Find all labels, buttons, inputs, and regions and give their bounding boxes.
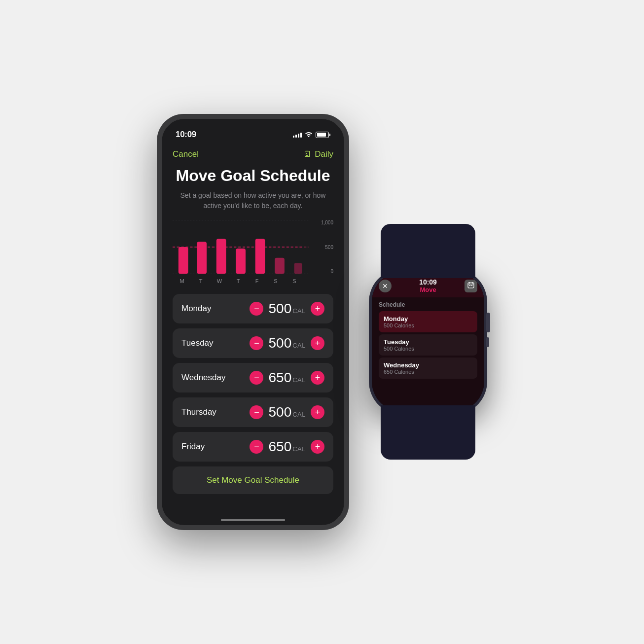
chart-label-wed: W	[210, 278, 229, 284]
wednesday-label: Wednesday	[181, 373, 225, 383]
wednesday-controls: 650 CAL	[250, 370, 324, 386]
monday-increase-button[interactable]	[311, 302, 324, 316]
scene: 10:09	[157, 114, 487, 530]
monday-calories: 500	[268, 301, 291, 317]
friday-calorie-display: 650 CAL	[268, 439, 306, 455]
thursday-cal-unit: CAL	[292, 411, 306, 418]
watch-wednesday-calories: 650 Calories	[384, 369, 472, 375]
watch-band-bottom	[381, 405, 475, 460]
watch-wednesday-row: Wednesday 650 Calories	[379, 358, 477, 379]
status-time: 10:09	[176, 130, 196, 140]
apple-watch-device: ✕ 10:09 Move	[369, 270, 487, 413]
watch-tuesday-row: Tuesday 500 Calories	[379, 334, 477, 356]
thursday-calorie-display: 500 CAL	[268, 404, 306, 420]
svg-rect-6	[216, 239, 226, 274]
chart-label-thu: T	[229, 278, 248, 284]
thursday-label: Thursday	[181, 407, 216, 417]
watch-monday-row: Monday 500 Calories	[379, 311, 477, 332]
watch-tuesday-name: Tuesday	[384, 338, 472, 346]
friday-row: Friday 650 CAL	[173, 432, 333, 462]
watch-side-button[interactable]	[486, 337, 489, 347]
daily-button[interactable]: 🗓 Daily	[303, 149, 333, 159]
close-icon: ✕	[382, 282, 388, 290]
calendar-icon: 🗓	[303, 149, 312, 159]
wednesday-decrease-button[interactable]	[250, 371, 263, 385]
cancel-button[interactable]: Cancel	[173, 149, 199, 159]
friday-increase-button[interactable]	[311, 440, 324, 454]
chart-x-labels: M T W T F S S	[173, 276, 319, 284]
monday-row: Monday 500 CAL	[173, 294, 333, 323]
chart-label-fri: F	[248, 278, 266, 284]
tuesday-cal-unit: CAL	[292, 342, 306, 349]
monday-controls: 500 CAL	[250, 301, 324, 317]
status-icons	[293, 131, 330, 139]
watch-calendar-button[interactable]	[465, 280, 477, 292]
battery-icon	[316, 132, 330, 138]
thursday-decrease-button[interactable]	[250, 405, 263, 419]
thursday-increase-button[interactable]	[311, 405, 324, 419]
chart-svg	[173, 220, 319, 274]
friday-decrease-button[interactable]	[250, 440, 263, 454]
status-bar: 10:09	[162, 119, 344, 143]
set-move-goal-label: Set Move Goal Schedule	[207, 475, 299, 485]
volume-up-button[interactable]	[157, 188, 157, 217]
home-indicator	[221, 519, 285, 521]
svg-rect-4	[179, 247, 188, 274]
wednesday-cal-unit: CAL	[292, 376, 306, 384]
signal-icon	[293, 132, 302, 138]
svg-rect-7	[236, 249, 246, 274]
watch-band-top	[381, 224, 475, 278]
monday-decrease-button[interactable]	[250, 302, 263, 316]
friday-label: Friday	[181, 442, 205, 452]
svg-rect-5	[197, 242, 207, 274]
thursday-calories: 500	[268, 404, 291, 420]
watch-screen: ✕ 10:09 Move	[372, 273, 484, 410]
svg-rect-10	[294, 263, 302, 274]
svg-rect-17	[471, 285, 472, 286]
chart-label-tue: T	[191, 278, 210, 284]
page-subtitle: Set a goal based on how active you are, …	[173, 190, 333, 211]
friday-cal-unit: CAL	[292, 445, 306, 453]
friday-controls: 650 CAL	[250, 439, 324, 455]
svg-rect-16	[469, 285, 470, 286]
tuesday-label: Tuesday	[181, 338, 214, 348]
activity-chart: 1,000 500 0	[173, 220, 333, 284]
chart-y-label-1000: 1,000	[321, 220, 333, 225]
chart-label-sat: S	[266, 278, 285, 284]
chart-y-label-0: 0	[330, 269, 333, 274]
chart-label-mon: M	[173, 278, 191, 284]
wednesday-row: Wednesday 650 CAL	[173, 363, 333, 393]
watch-close-button[interactable]: ✕	[379, 280, 392, 292]
watch-time: 10:09	[419, 278, 437, 286]
watch-title: Move	[419, 286, 437, 293]
chart-y-labels: 1,000 500 0	[321, 220, 333, 274]
wifi-icon	[305, 131, 313, 139]
daily-label: Daily	[315, 149, 333, 159]
watch-crown[interactable]	[486, 313, 490, 332]
iphone-screen: 10:09	[162, 119, 344, 525]
thursday-row: Thursday 500 CAL	[173, 397, 333, 427]
watch-calendar-icon	[467, 282, 474, 290]
watch-content: Schedule Monday 500 Calories Tuesday 500…	[372, 297, 484, 410]
power-button[interactable]	[349, 198, 349, 237]
volume-down-button[interactable]	[157, 225, 157, 254]
svg-rect-8	[255, 239, 265, 274]
tuesday-increase-button[interactable]	[311, 336, 324, 350]
tuesday-row: Tuesday 500 CAL	[173, 328, 333, 358]
svg-rect-12	[468, 283, 474, 288]
tuesday-decrease-button[interactable]	[250, 336, 263, 350]
wednesday-calories: 650	[268, 370, 291, 386]
chart-y-label-500: 500	[325, 245, 333, 250]
set-move-goal-button[interactable]: Set Move Goal Schedule	[173, 466, 333, 494]
chart-label-sun: S	[285, 278, 304, 284]
tuesday-controls: 500 CAL	[250, 335, 324, 351]
wednesday-calorie-display: 650 CAL	[268, 370, 306, 386]
monday-label: Monday	[181, 304, 211, 314]
iphone-device: 10:09	[157, 114, 349, 530]
page-title: Move Goal Schedule	[173, 167, 333, 184]
watch-wednesday-name: Wednesday	[384, 361, 472, 369]
friday-calories: 650	[268, 439, 291, 455]
wednesday-increase-button[interactable]	[311, 371, 324, 385]
monday-cal-unit: CAL	[292, 307, 306, 315]
watch-tuesday-calories: 500 Calories	[384, 346, 472, 352]
